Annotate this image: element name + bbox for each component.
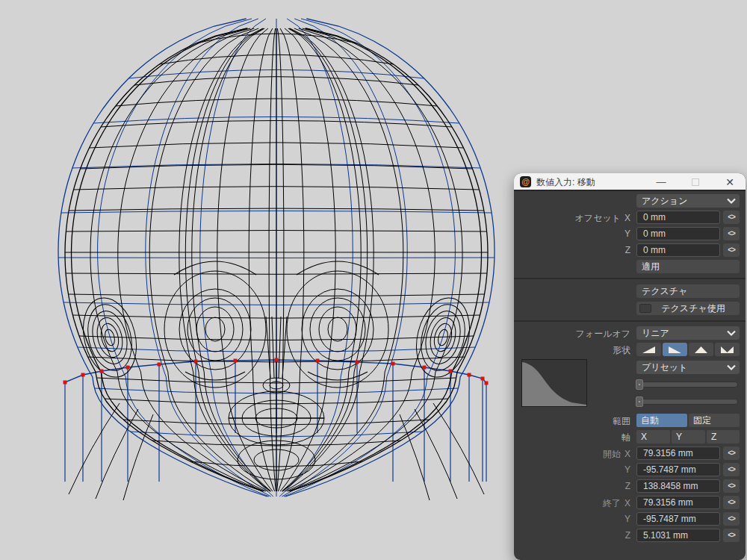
falloff-curve-shape [522,362,587,407]
offset-y-stepper-icon[interactable]: <> [723,227,740,240]
range-row: 範囲 自動 固定 [514,414,746,427]
offset-x-row: オフセットX 0 mm <> [514,211,746,224]
axis-x-button[interactable]: X [636,430,670,444]
offset-z-row: Z 0 mm <> [514,243,746,257]
preset-dropdown-value: プリセット [642,362,687,373]
action-dropdown-value: アクション [642,196,687,206]
shape-peak-button[interactable] [689,343,713,356]
falloff-dropdown-value: リニア [642,328,669,338]
texture-use-label: テクスチャ使用 [661,303,725,314]
falloff-label: フォールオフ [576,329,630,339]
falloff-slider-1[interactable] [636,382,738,388]
offset-z-stepper-icon[interactable]: <> [723,243,740,257]
dialog-titlebar[interactable]: @ 数値入力: 移動 — ✕ [514,173,746,191]
end-x-row: 終了X 79.3156 mm <> [514,496,746,509]
shape-row: 形状 [514,343,746,356]
preset-dropdown[interactable]: プリセット [636,361,740,374]
falloff-curve-preview [521,359,587,407]
shape-label: 形状 [613,345,630,355]
valley-icon [719,345,735,354]
falloff-row: フォールオフ リニア [514,326,746,340]
end-z-input[interactable]: 5.1031 mm [636,529,720,542]
start-x-row: 開始X 79.3156 mm <> [514,447,746,460]
section-divider [514,278,746,279]
apply-button[interactable]: 適用 [636,260,740,273]
chevron-down-icon [727,330,736,337]
texture-use-checkbox[interactable] [639,304,651,313]
start-x-input[interactable]: 79.3156 mm [636,447,720,460]
offset-x-axis-label: X [624,213,630,223]
start-x-axis-label: X [624,449,630,459]
maximize-button[interactable] [687,175,704,190]
texture-use-toggle[interactable]: テクスチャ使用 [636,302,740,315]
end-z-row: Z 5.1031 mm <> [514,529,746,542]
texture-use-row: テクスチャ使用 [514,302,746,315]
end-x-axis-label: X [624,498,630,508]
range-auto-button[interactable]: 自動 [636,414,687,427]
start-y-row: Y -95.7487 mm <> [514,463,746,476]
apply-row: 適用 [514,260,746,273]
offset-z-input[interactable]: 0 mm [636,243,720,257]
shape-ramp-up-button[interactable] [636,343,661,356]
chevron-down-icon [727,364,736,371]
offset-y-row: Y 0 mm <> [514,227,746,240]
offset-x-input[interactable]: 0 mm [636,211,720,224]
start-label: 開始 [603,449,621,459]
slider-handle[interactable] [636,396,643,407]
viewport-canvas[interactable]: @ 数値入力: 移動 — ✕ アクション オフセットX 0 mm <> Y 0 … [0,0,747,560]
end-z-axis-label: Z [625,530,630,541]
action-row: アクション [514,194,746,208]
start-x-stepper-icon[interactable]: <> [723,447,740,460]
end-y-row: Y -95.7487 mm <> [514,512,746,526]
ramp-up-icon [641,345,657,354]
end-y-input[interactable]: -95.7487 mm [636,512,720,526]
action-dropdown[interactable]: アクション [636,194,740,208]
offset-z-axis-label: Z [625,245,630,255]
maximize-icon [692,178,699,186]
start-y-input[interactable]: -95.7487 mm [636,463,720,476]
range-fixed-button[interactable]: 固定 [689,414,740,427]
axis-y-button[interactable]: Y [672,430,705,444]
chevron-down-icon [727,198,736,205]
start-y-stepper-icon[interactable]: <> [723,463,740,476]
start-z-row: Z 138.8458 mm <> [514,479,746,493]
peak-icon [693,345,709,354]
falloff-slider-2[interactable] [636,399,738,405]
end-label: 終了 [603,498,621,508]
end-y-stepper-icon[interactable]: <> [723,512,740,526]
ramp-down-icon [667,345,683,354]
falloff-dropdown[interactable]: リニア [636,326,740,340]
minimize-button[interactable]: — [653,175,669,190]
axis-row: 軸 X Y Z [514,430,746,444]
close-button[interactable]: ✕ [722,175,738,190]
start-y-axis-label: Y [624,464,630,475]
shape-ramp-down-button[interactable] [663,343,687,356]
end-y-axis-label: Y [624,514,630,524]
offset-y-axis-label: Y [624,228,630,239]
offset-x-stepper-icon[interactable]: <> [723,211,740,224]
range-label: 範囲 [613,416,630,426]
start-z-input[interactable]: 138.8458 mm [636,479,720,493]
dialog-title: 数値入力: 移動 [536,176,595,189]
metasequoia-app-icon: @ [520,176,531,187]
axis-label: 軸 [622,432,630,443]
start-z-stepper-icon[interactable]: <> [723,479,740,493]
axis-z-button[interactable]: Z [707,430,740,444]
end-x-stepper-icon[interactable]: <> [723,496,740,509]
start-z-axis-label: Z [625,481,630,491]
numeric-input-dialog: @ 数値入力: 移動 — ✕ アクション オフセットX 0 mm <> Y 0 … [514,173,746,560]
offset-y-input[interactable]: 0 mm [636,227,720,240]
end-z-stepper-icon[interactable]: <> [723,529,740,542]
texture-row: テクスチャ [514,284,746,298]
slider-handle[interactable] [636,379,643,390]
section-divider [514,320,746,322]
end-x-input[interactable]: 79.3156 mm [636,496,720,509]
texture-button[interactable]: テクスチャ [636,284,740,298]
offset-label: オフセット [575,213,621,223]
shape-valley-button[interactable] [715,343,740,356]
